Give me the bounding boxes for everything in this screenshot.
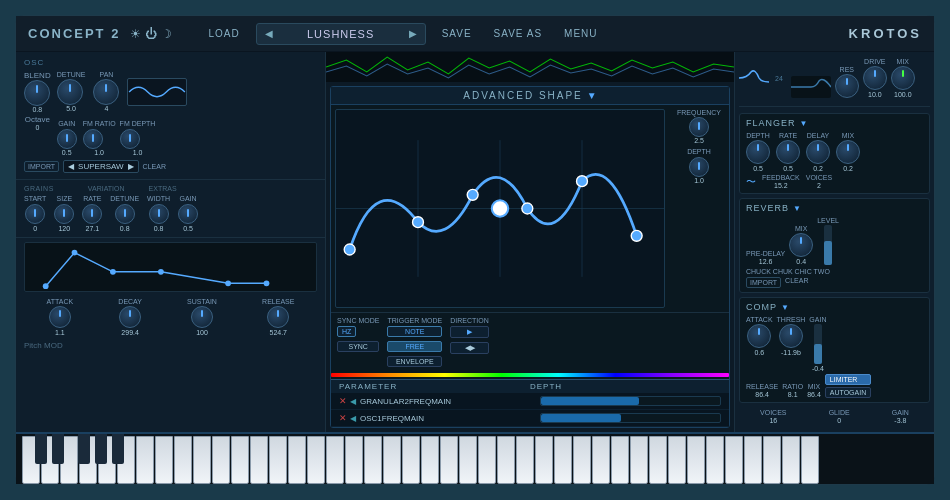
- flanger-dropdown[interactable]: ▼: [800, 119, 808, 128]
- start-knob[interactable]: [25, 204, 45, 224]
- piano-key-b2[interactable]: [269, 436, 287, 484]
- piano-key-a5[interactable]: [649, 436, 667, 484]
- piano-key-c3[interactable]: [288, 436, 306, 484]
- piano-key-c4[interactable]: [421, 436, 439, 484]
- piano-key-d6[interactable]: [706, 436, 724, 484]
- comp-attack-knob[interactable]: [747, 324, 771, 348]
- fm-ratio-knob[interactable]: [83, 129, 103, 149]
- menu-button[interactable]: MENU: [558, 26, 603, 41]
- param-depth-bar-0[interactable]: [540, 396, 722, 406]
- clear-button[interactable]: CLEAR: [143, 163, 166, 170]
- filter-mix-knob[interactable]: [891, 66, 915, 90]
- fm-depth-knob[interactable]: [120, 129, 140, 149]
- piano-key-a2[interactable]: [250, 436, 268, 484]
- reverb-import-button[interactable]: IMPORT: [746, 277, 781, 288]
- drive-knob[interactable]: [863, 66, 887, 90]
- piano-key-b4[interactable]: [535, 436, 553, 484]
- piano-key-b3[interactable]: [402, 436, 420, 484]
- piano-black-cs[interactable]: [35, 434, 47, 464]
- param-depth-bar-1[interactable]: [540, 413, 722, 423]
- hz-button[interactable]: HZ: [337, 326, 356, 337]
- piano-black-ds[interactable]: [52, 434, 64, 464]
- comp-gain-slider[interactable]: [814, 324, 822, 364]
- piano-key-g2[interactable]: [231, 436, 249, 484]
- as-dropdown-icon[interactable]: ▼: [587, 90, 597, 101]
- release-knob[interactable]: [267, 306, 289, 328]
- size-knob[interactable]: [54, 204, 74, 224]
- piano-black-as[interactable]: [112, 434, 124, 464]
- width-knob[interactable]: [149, 204, 169, 224]
- flanger-depth-knob[interactable]: [746, 140, 770, 164]
- res-knob[interactable]: [835, 74, 859, 98]
- piano-key-d2[interactable]: [174, 436, 192, 484]
- decay-knob[interactable]: [119, 306, 141, 328]
- piano-key-g6[interactable]: [763, 436, 781, 484]
- detune-knob[interactable]: [115, 204, 135, 224]
- piano-key-g4[interactable]: [497, 436, 515, 484]
- gran-gain-knob[interactable]: [178, 204, 198, 224]
- piano-key-f2[interactable]: [212, 436, 230, 484]
- save-as-button[interactable]: SAVE AS: [488, 26, 549, 41]
- blend-knob[interactable]: [24, 80, 50, 106]
- piano-key-b6[interactable]: [801, 436, 819, 484]
- param-play-1[interactable]: ◀: [350, 414, 356, 423]
- direction-fwd-button[interactable]: ▶: [450, 326, 489, 338]
- attack-knob[interactable]: [49, 306, 71, 328]
- piano-key-d5[interactable]: [573, 436, 591, 484]
- piano-key-c2[interactable]: [155, 436, 173, 484]
- reverb-level-slider[interactable]: [824, 225, 832, 265]
- waveform-arrow-left[interactable]: ◀: [68, 162, 74, 171]
- flanger-rate-knob[interactable]: [776, 140, 800, 164]
- preset-prev-button[interactable]: ◀: [265, 28, 273, 39]
- save-button[interactable]: SAVE: [436, 26, 478, 41]
- reverb-dropdown[interactable]: ▼: [793, 204, 801, 213]
- piano-key-f6[interactable]: [744, 436, 762, 484]
- piano-key-f4[interactable]: [478, 436, 496, 484]
- sync-button[interactable]: SYNC: [337, 341, 379, 352]
- import-button[interactable]: IMPORT: [24, 161, 59, 172]
- limiter-button[interactable]: LIMITER: [825, 374, 871, 385]
- piano-key-c5[interactable]: [554, 436, 572, 484]
- piano-key-d3[interactable]: [307, 436, 325, 484]
- piano-key-b[interactable]: [136, 436, 154, 484]
- piano-key-e5[interactable]: [592, 436, 610, 484]
- direction-bwd-button[interactable]: ◀▶: [450, 342, 489, 354]
- param-remove-1[interactable]: ✕: [339, 413, 347, 423]
- autogain-button[interactable]: AUTOGAIN: [825, 387, 871, 398]
- comp-thresh-knob[interactable]: [779, 324, 803, 348]
- flanger-mix-knob[interactable]: [836, 140, 860, 164]
- param-play-0[interactable]: ◀: [350, 397, 356, 406]
- piano-key-f3[interactable]: [345, 436, 363, 484]
- piano-key-f5[interactable]: [611, 436, 629, 484]
- waveform-selector[interactable]: ◀ SUPERSAW ▶: [63, 160, 139, 173]
- piano-key-a3[interactable]: [383, 436, 401, 484]
- piano-black-gs[interactable]: [95, 434, 107, 464]
- piano-key-e4[interactable]: [459, 436, 477, 484]
- piano-key-e3[interactable]: [326, 436, 344, 484]
- pan-knob[interactable]: [93, 79, 119, 105]
- reverb-clear-button[interactable]: CLEAR: [785, 277, 808, 288]
- preset-next-button[interactable]: ▶: [409, 28, 417, 39]
- reverb-mix-knob[interactable]: [789, 233, 813, 257]
- piano-key-a4[interactable]: [516, 436, 534, 484]
- rate-knob[interactable]: [82, 204, 102, 224]
- piano-key-e2[interactable]: [193, 436, 211, 484]
- piano-key-d4[interactable]: [440, 436, 458, 484]
- free-button[interactable]: FREE: [387, 341, 442, 352]
- piano-key-a6[interactable]: [782, 436, 800, 484]
- load-button[interactable]: LOAD: [202, 26, 245, 41]
- frequency-knob[interactable]: [689, 117, 709, 137]
- flanger-delay-knob[interactable]: [806, 140, 830, 164]
- envelope-button[interactable]: ENVELOPE: [387, 356, 442, 367]
- waveform-arrow-right[interactable]: ▶: [128, 162, 134, 171]
- piano-key-c6[interactable]: [687, 436, 705, 484]
- piano-key-e6[interactable]: [725, 436, 743, 484]
- piano-key-g5[interactable]: [630, 436, 648, 484]
- piano-key-b5[interactable]: [668, 436, 686, 484]
- detune-knob[interactable]: [57, 79, 83, 105]
- piano-key-g3[interactable]: [364, 436, 382, 484]
- comp-dropdown[interactable]: ▼: [781, 303, 789, 312]
- piano-black-fs[interactable]: [78, 434, 90, 464]
- sustain-knob[interactable]: [191, 306, 213, 328]
- depth-knob[interactable]: [689, 157, 709, 177]
